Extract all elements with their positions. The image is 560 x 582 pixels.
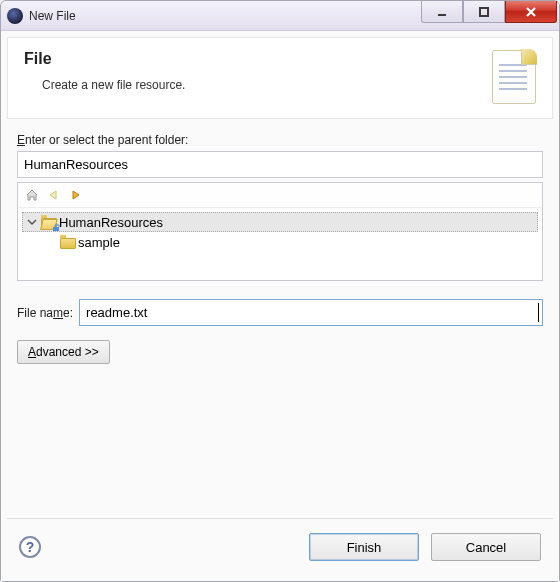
eclipse-icon — [7, 8, 23, 24]
help-icon: ? — [26, 539, 35, 555]
svg-rect-4 — [53, 227, 59, 231]
page-title: File — [24, 50, 492, 68]
new-file-icon — [492, 50, 536, 104]
share-badge-icon — [52, 224, 60, 232]
chevron-down-icon[interactable] — [27, 215, 39, 230]
svg-rect-1 — [480, 8, 488, 16]
minimize-icon — [436, 6, 448, 18]
tree-item-label: sample — [78, 235, 120, 250]
dialog-client: File Create a new file resource. Enter o… — [1, 31, 559, 581]
window-title: New File — [29, 9, 76, 23]
forward-button[interactable] — [68, 187, 84, 203]
dialog-header: File Create a new file resource. — [7, 37, 553, 119]
maximize-icon — [478, 6, 490, 18]
tree-toolbar — [18, 183, 542, 208]
titlebar[interactable]: New File — [1, 1, 559, 31]
back-button[interactable] — [46, 187, 62, 203]
folder-open-icon — [41, 215, 57, 229]
finish-button[interactable]: Finish — [309, 533, 419, 561]
parent-folder-input[interactable] — [17, 151, 543, 178]
arrow-right-icon — [69, 189, 83, 201]
tree-item-root[interactable]: HumanResources — [22, 212, 538, 232]
folder-tree-panel: HumanResources sample — [17, 182, 543, 281]
arrow-left-icon — [47, 189, 61, 201]
dialog-new-file: New File File Create a new file resource… — [0, 0, 560, 582]
help-button[interactable]: ? — [19, 536, 41, 558]
close-icon — [524, 6, 538, 18]
dialog-footer: ? Finish Cancel — [7, 518, 553, 575]
folder-tree[interactable]: HumanResources sample — [18, 208, 542, 280]
close-button[interactable] — [505, 1, 557, 23]
tree-item-child[interactable]: sample — [22, 232, 538, 252]
folder-icon — [60, 235, 76, 249]
filename-input[interactable] — [79, 299, 543, 326]
home-icon — [25, 188, 39, 202]
dialog-content: Enter or select the parent folder: — [7, 119, 553, 518]
page-subtitle: Create a new file resource. — [24, 78, 492, 92]
advanced-button[interactable]: Advanced >> — [17, 340, 110, 364]
cancel-button[interactable]: Cancel — [431, 533, 541, 561]
parent-folder-label: Enter or select the parent folder: — [17, 133, 543, 147]
home-button[interactable] — [24, 187, 40, 203]
filename-label: File name: — [17, 306, 73, 320]
maximize-button[interactable] — [463, 1, 505, 23]
tree-item-label: HumanResources — [59, 215, 163, 230]
minimize-button[interactable] — [421, 1, 463, 23]
window-controls — [421, 1, 559, 30]
